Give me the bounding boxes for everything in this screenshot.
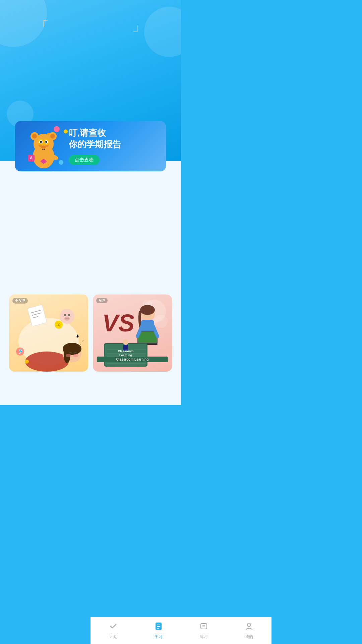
svg-text:🎐: 🎐 [17,349,23,355]
svg-point-59 [61,311,66,317]
svg-text:z: z [79,342,81,347]
svg-point-63 [67,318,69,319]
banner-text: 叮,请查收 你的学期报告 点击查收 [65,127,159,165]
svg-point-16 [40,141,42,143]
svg-text:✦: ✦ [75,333,80,339]
svg-point-85 [154,315,168,328]
svg-text:¥: ¥ [57,323,60,327]
banner-cta-button[interactable]: 点击查收 [69,155,100,165]
svg-point-64 [64,314,66,316]
reading-card-right[interactable]: VIP VS [93,294,172,372]
svg-text:z: z [82,339,84,343]
svg-point-58 [60,309,74,324]
svg-point-18 [45,141,47,143]
svg-point-83 [25,360,29,364]
svg-point-11 [32,134,37,139]
svg-text:VS: VS [102,310,134,336]
svg-point-76 [66,354,71,357]
svg-point-62 [65,318,67,319]
svg-point-61 [64,317,70,321]
banner[interactable]: A 叮,请查收 你的学期报告 点击查收 [15,121,166,171]
bear-illustration: A [22,124,65,168]
bracket-right: 」 [132,17,145,36]
svg-point-98 [123,339,128,345]
svg-point-77 [73,354,78,357]
reading-card-left[interactable]: ✈ VIP [9,294,88,372]
svg-point-19 [41,146,46,149]
svg-point-65 [68,314,70,316]
svg-point-12 [50,134,55,139]
svg-rect-92 [138,332,157,343]
svg-point-72 [25,352,69,372]
bracket-left: 「 [36,17,49,36]
svg-text:A: A [30,156,33,160]
svg-point-60 [68,311,73,317]
classroom-label: Classroom Learning [97,357,168,362]
svg-point-89 [140,305,155,315]
banner-headline: 叮,请查收 你的学期报告 [69,127,159,150]
